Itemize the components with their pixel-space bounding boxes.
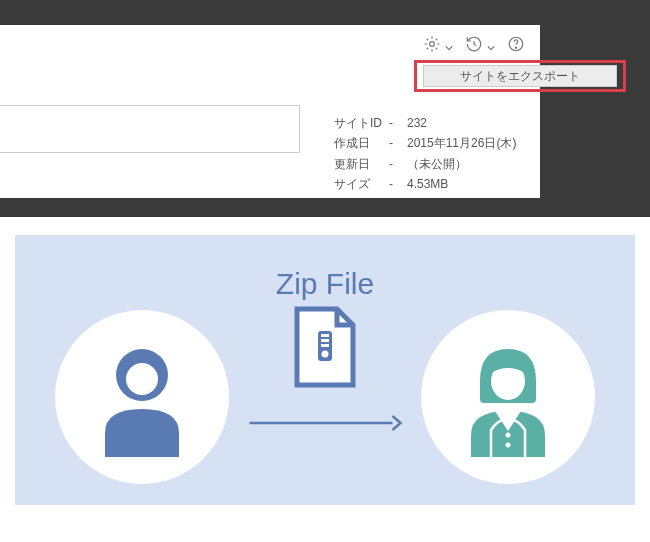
meta-label: サイズ [334,174,389,194]
svg-point-0 [430,42,435,47]
gear-icon[interactable] [423,35,441,57]
export-button-label: サイトをエクスポート [460,68,580,85]
site-metadata: サイトID - 232 作成日 - 2015年11月26日(木) 更新日 - （… [334,113,516,195]
chevron-down-icon[interactable] [487,38,495,56]
arrow-right-icon [248,413,403,437]
sender-avatar [55,310,229,484]
help-icon[interactable] [507,35,525,57]
svg-point-13 [506,443,511,448]
meta-row: 作成日 - 2015年11月26日(木) [334,133,516,153]
svg-point-7 [322,351,329,358]
svg-rect-4 [321,334,329,337]
chevron-down-icon[interactable] [445,38,453,56]
meta-row: サイトID - 232 [334,113,516,133]
meta-sep: - [389,133,407,153]
history-icon[interactable] [465,35,483,57]
meta-label: 作成日 [334,133,389,153]
meta-label: 更新日 [334,154,389,174]
meta-value: 4.53MB [407,174,448,194]
meta-sep: - [389,113,407,133]
svg-rect-6 [321,344,329,347]
person-male-icon [87,337,197,457]
meta-value: 2015年11月26日(木) [407,133,516,153]
toolbar-icons [423,35,525,57]
diagram-panel: Zip File [15,235,635,505]
meta-sep: - [389,174,407,194]
zip-file-title: Zip File [276,267,374,301]
svg-point-12 [506,433,511,438]
meta-value: 232 [407,113,427,133]
export-site-button[interactable]: サイトをエクスポート [423,65,617,87]
svg-point-2 [515,47,516,48]
export-highlight-box: サイトをエクスポート [414,60,626,92]
app-screenshot-panel: サイトをエクスポート サイトID - 232 作成日 - 2015年11月26日… [0,0,650,217]
meta-sep: - [389,154,407,174]
person-female-icon [453,337,563,457]
site-name-input[interactable] [0,105,300,153]
svg-rect-5 [321,339,329,342]
transfer-diagram: Zip File [0,217,650,542]
svg-point-10 [126,363,158,395]
meta-value: （未公開） [407,154,467,174]
receiver-avatar [421,310,595,484]
meta-label: サイトID [334,113,389,133]
meta-row: サイズ - 4.53MB [334,174,516,194]
meta-row: 更新日 - （未公開） [334,154,516,174]
zip-file-icon [291,305,359,393]
